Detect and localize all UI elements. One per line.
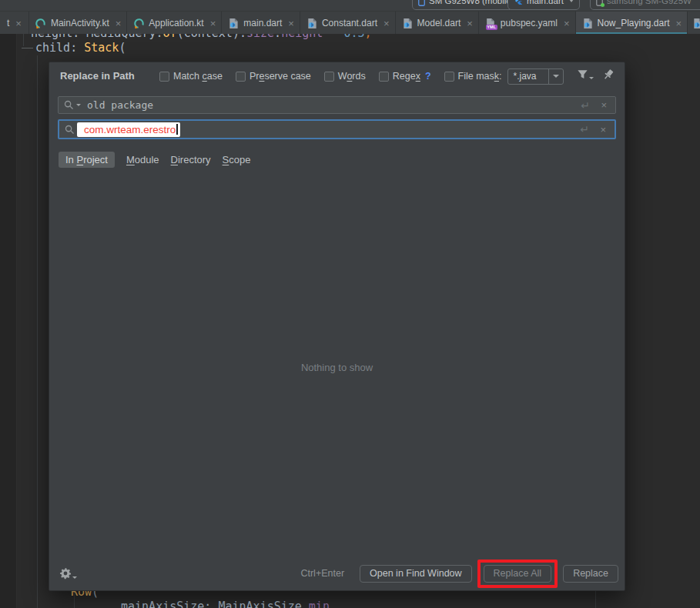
code-line: height: MediaQuery.of(context).size.heig…	[31, 34, 372, 40]
regex-label: Regex	[393, 71, 420, 82]
editor-tab-bar: t × MainActivity.kt × Application.kt × m…	[0, 11, 700, 35]
tab-mainactivity-kt[interactable]: MainActivity.kt ×	[29, 12, 127, 35]
search-icon[interactable]	[64, 100, 81, 110]
gear-icon	[59, 567, 72, 580]
words-option[interactable]: Words	[324, 71, 366, 82]
tab-model-dart[interactable]: Model.dart ×	[396, 12, 479, 35]
file-mask-label: File mask:	[458, 71, 502, 82]
tab-pubspec-yaml[interactable]: YML pubspec.yaml ×	[479, 12, 576, 35]
scope-module[interactable]: Module	[126, 154, 159, 165]
replace-input[interactable]: com.wrteam.erestro ↵ ×	[58, 119, 616, 139]
tab-main-dart[interactable]: main.dart ×	[222, 12, 300, 35]
run-toolbar: SM G925W8 (mobile) main.dart samsung SM-…	[0, 0, 700, 11]
replace-in-path-dialog: Replace in Path Match case Preserve case…	[49, 62, 625, 591]
replace-button[interactable]: Replace	[563, 565, 618, 583]
close-icon[interactable]: ×	[676, 18, 682, 28]
file-mask-combo[interactable]: *.java	[507, 68, 564, 85]
ide-window: SM G925W8 (mobile) main.dart samsung SM-…	[0, 0, 700, 608]
empty-results-message: Nothing to show	[49, 362, 625, 373]
chevron-down-icon	[76, 104, 81, 106]
checkbox-icon[interactable]	[159, 72, 169, 82]
kotlin-file-icon	[132, 17, 145, 29]
run-config-selector[interactable]: main.dart	[507, 0, 580, 10]
checkbox-icon[interactable]	[444, 72, 454, 82]
tab-label: MainActivity.kt	[51, 18, 109, 28]
regex-option[interactable]: Regex ?	[379, 71, 431, 82]
tab-label: Now_Playing.dart	[598, 18, 670, 28]
code-line: child: Stack(	[35, 41, 126, 55]
flutter-icon	[514, 0, 523, 5]
chevron-down-icon	[569, 0, 574, 2]
search-input[interactable]: old package ↵ ×	[58, 96, 616, 114]
device-selector-label: SM G925W8 (mobile)	[429, 0, 514, 5]
checkbox-icon[interactable]	[379, 72, 389, 82]
scope-directory[interactable]: Directory	[171, 154, 211, 165]
match-case-option[interactable]: Match case	[159, 71, 223, 82]
annotation-highlight-box: Replace All	[477, 560, 558, 588]
kotlin-file-icon	[35, 17, 47, 29]
text-cursor	[176, 124, 178, 135]
tab-partial[interactable]	[688, 12, 700, 35]
tab-label: Model.dart	[417, 18, 461, 28]
shortcut-hint: Ctrl+Enter	[300, 568, 344, 579]
fold-marker[interactable]	[22, 48, 33, 48]
phone-icon	[418, 0, 425, 6]
close-icon[interactable]: ×	[467, 18, 473, 28]
chevron-down-icon[interactable]	[548, 69, 563, 84]
indent-guide	[37, 55, 38, 608]
preserve-case-option[interactable]: Preserve case	[236, 71, 311, 82]
scope-in-project[interactable]: In Project	[59, 152, 115, 168]
close-icon[interactable]: ×	[116, 18, 122, 28]
words-label: Words	[338, 71, 366, 82]
file-mask-option[interactable]: File mask: *.java	[444, 68, 564, 85]
secondary-device-selector[interactable]: samsung SM-G925W	[590, 0, 700, 10]
enter-icon[interactable]: ↵	[581, 100, 590, 111]
tab-partial[interactable]: t ×	[0, 12, 29, 35]
checkbox-icon[interactable]	[324, 72, 334, 82]
code-line: mainAxisSize: MainAxisSize.min,	[121, 600, 337, 608]
pin-button[interactable]	[602, 68, 615, 81]
filter-button[interactable]	[577, 68, 594, 80]
dart-file-icon	[306, 17, 318, 29]
open-in-find-window-button[interactable]: Open in Find Window	[360, 565, 472, 583]
close-icon[interactable]: ×	[210, 18, 216, 28]
clear-icon[interactable]: ×	[600, 125, 606, 135]
secondary-device-label: samsung SM-G925W	[607, 0, 692, 5]
close-icon[interactable]: ×	[288, 18, 294, 28]
run-config-label: main.dart	[527, 0, 564, 5]
tab-constant-dart[interactable]: Constant.dart ×	[300, 12, 396, 35]
chevron-down-icon	[72, 576, 77, 579]
tab-label: main.dart	[243, 18, 282, 28]
dart-file-icon	[581, 17, 594, 29]
close-icon[interactable]: ×	[15, 18, 22, 28]
replace-all-button[interactable]: Replace All	[484, 565, 552, 583]
preserve-case-label: Preserve case	[250, 71, 311, 82]
tab-now-playing-dart[interactable]: Now_Playing.dart ×	[576, 12, 688, 35]
tab-application-kt[interactable]: Application.kt ×	[127, 12, 222, 35]
phone-connected-icon	[596, 0, 603, 6]
search-icon[interactable]	[65, 125, 75, 135]
indent-guide	[23, 34, 24, 46]
dart-file-icon	[692, 17, 700, 29]
tab-label: t	[7, 18, 9, 28]
dialog-footer: Ctrl+Enter Open in Find Window Replace A…	[49, 560, 625, 586]
settings-button[interactable]	[59, 567, 77, 580]
tab-label: Constant.dart	[322, 18, 377, 28]
close-icon[interactable]: ×	[564, 18, 570, 28]
regex-help-link[interactable]: ?	[425, 71, 431, 82]
search-options: Match case Preserve case Words Regex ? F…	[159, 68, 564, 85]
tab-label: pubspec.yaml	[501, 18, 558, 28]
close-icon[interactable]: ×	[383, 18, 390, 28]
enter-icon[interactable]: ↵	[580, 124, 589, 135]
clear-icon[interactable]: ×	[601, 100, 607, 110]
checkbox-icon[interactable]	[236, 72, 246, 82]
yaml-file-icon: YML	[484, 17, 497, 29]
dart-file-icon	[401, 17, 414, 29]
editor-gutter	[0, 34, 17, 608]
scope-selector: In Project Module Directory Scope	[59, 152, 250, 168]
filter-icon	[577, 68, 588, 80]
scope-scope[interactable]: Scope	[223, 154, 251, 165]
dialog-title: Replace in Path	[60, 70, 135, 82]
replace-query-text: com.wrteam.erestro	[84, 124, 176, 135]
match-case-label: Match case	[173, 71, 223, 82]
